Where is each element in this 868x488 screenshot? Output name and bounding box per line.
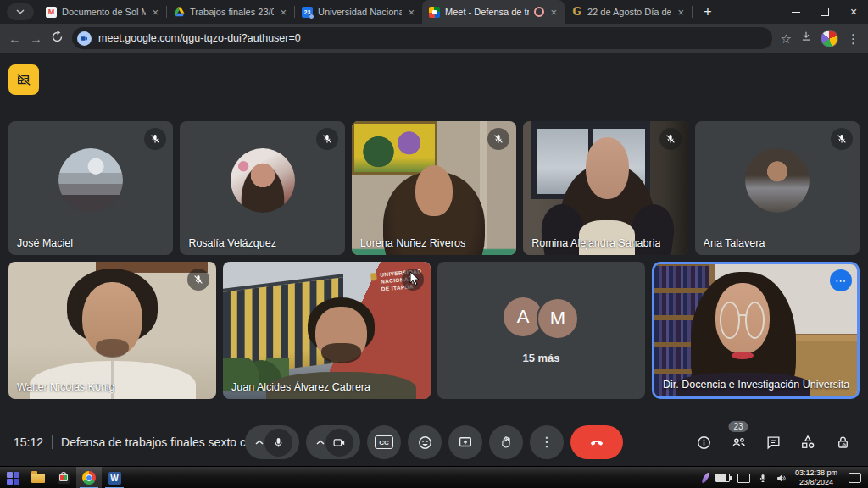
person-beard xyxy=(321,343,361,363)
word-taskbar-button[interactable]: W xyxy=(102,467,127,488)
people-icon xyxy=(730,434,748,452)
pen-tray-icon[interactable] xyxy=(701,472,710,485)
tab-title: Meet - Defensa de traba xyxy=(445,7,529,17)
participant-name: Lorena Nuñez Riveros xyxy=(360,237,465,249)
hand-icon xyxy=(499,435,514,450)
system-tray: 03:12:38 pm 23/8/2024 xyxy=(704,467,868,488)
browser-menu-button[interactable]: ⋮ xyxy=(847,32,860,45)
back-button[interactable]: ← xyxy=(8,32,21,45)
downloads-button[interactable] xyxy=(800,30,812,46)
tab-folklore[interactable]: G 22 de Agosto Día del Foklor × xyxy=(565,0,692,24)
maximize-icon xyxy=(821,8,829,16)
chrome-taskbar-button[interactable] xyxy=(76,467,102,488)
emoji-icon xyxy=(417,435,433,451)
activities-button[interactable] xyxy=(798,432,818,452)
mic-button[interactable] xyxy=(245,425,299,459)
video-feed xyxy=(8,262,216,399)
taskbar-clock[interactable]: 03:12:38 pm 23/8/2024 xyxy=(795,469,837,487)
captions-button[interactable]: CC xyxy=(367,425,401,459)
tab-documento-sol-maria[interactable]: M Documento de Sol María Ma × xyxy=(39,0,166,24)
battery-icon[interactable] xyxy=(715,474,730,482)
participant-tile-active-speaker[interactable]: ⋯ Dir. Docencia e Investigación Universi… xyxy=(652,262,860,399)
mic-off-icon xyxy=(144,128,166,150)
file-explorer-button[interactable] xyxy=(25,467,51,488)
network-display-icon[interactable] xyxy=(737,474,750,483)
avatar xyxy=(745,148,810,213)
participant-name: Ana Talavera xyxy=(704,237,765,249)
reload-button[interactable] xyxy=(51,30,64,47)
volume-icon[interactable] xyxy=(776,473,787,484)
mic-off-icon xyxy=(831,128,853,150)
close-tab-icon[interactable]: × xyxy=(549,7,558,18)
participant-tile-juan[interactable]: UNIVERSIDAD NACIONAL DE ITAPÚA Juan Alci… xyxy=(223,262,431,399)
download-icon xyxy=(800,30,812,42)
captions-icon: CC xyxy=(375,435,393,449)
close-tab-icon[interactable]: × xyxy=(407,7,415,18)
participant-tile-rosalia[interactable]: Rosalía Velázquez xyxy=(180,121,344,255)
participant-tile-lorena[interactable]: Lorena Nuñez Riveros xyxy=(352,121,516,255)
participant-name: Juan Alcides Álvarez Cabrera xyxy=(231,381,370,393)
grid-view-warning-button[interactable] xyxy=(8,64,39,95)
meet-bottom-bar: 15:12 Defensa de trabajos finales sexto … xyxy=(0,419,868,466)
minimize-button[interactable] xyxy=(782,0,810,24)
new-tab-button[interactable]: + xyxy=(698,2,718,22)
glasses-bridge xyxy=(738,314,747,316)
close-tab-icon[interactable]: × xyxy=(279,7,287,18)
participant-name: Walter Nicolás König xyxy=(17,381,115,393)
tray-mic-icon[interactable] xyxy=(758,473,768,484)
side-panel-buttons: 23 xyxy=(693,432,853,452)
reload-icon xyxy=(51,30,64,43)
participant-tile-walter[interactable]: Walter Nicolás König xyxy=(8,262,216,399)
start-button[interactable] xyxy=(0,467,25,488)
video-feed: UNIVERSIDAD NACIONAL DE ITAPÚA xyxy=(223,262,431,399)
close-tab-icon[interactable]: × xyxy=(676,7,685,18)
maximize-button[interactable] xyxy=(810,0,839,24)
present-screen-button[interactable] xyxy=(448,425,482,459)
overflow-tile[interactable]: A M 15 más xyxy=(437,262,645,399)
painting xyxy=(352,121,437,175)
more-options-button[interactable]: ⋮ xyxy=(530,425,564,459)
store-icon xyxy=(58,472,70,484)
host-controls-button[interactable] xyxy=(832,432,853,452)
calendar-icon: 23 xyxy=(302,7,313,18)
close-window-button[interactable]: × xyxy=(839,0,868,24)
store-button[interactable] xyxy=(51,467,76,488)
participant-tile-ana[interactable]: Ana Talavera xyxy=(695,121,860,255)
reactions-button[interactable] xyxy=(408,425,442,459)
chat-button[interactable] xyxy=(763,432,783,452)
participant-name: José Maciel xyxy=(17,237,73,249)
folder-icon xyxy=(31,474,45,483)
action-center-icon[interactable] xyxy=(849,473,861,483)
gmail-icon: M xyxy=(46,7,57,18)
university-shield-icon xyxy=(370,273,377,281)
more-participants-label: 15 más xyxy=(522,352,559,364)
profile-avatar[interactable] xyxy=(821,30,838,47)
address-bar[interactable]: meet.google.com/qgu-tqzo-dui?authuser=0 xyxy=(72,27,772,49)
forward-button[interactable]: → xyxy=(30,32,42,45)
glasses-lens xyxy=(745,302,765,339)
participant-tile-romina[interactable]: Romina Alejandra Sanabria xyxy=(523,121,687,255)
video-feed xyxy=(654,264,857,396)
end-call-button[interactable] xyxy=(570,425,623,459)
participant-tile-jose[interactable]: José Maciel xyxy=(8,121,173,255)
person-face xyxy=(415,165,453,216)
raise-hand-button[interactable] xyxy=(489,425,523,459)
mic-off-icon xyxy=(187,269,209,291)
bookmark-star-icon[interactable]: ☆ xyxy=(781,32,792,45)
tab-trabajos-finales[interactable]: Trabajos finales 23/08/2024. × xyxy=(167,0,294,24)
avatar xyxy=(58,148,123,213)
avatar-initial-m: M xyxy=(537,297,579,340)
tab-universidad[interactable]: 23 Universidad Nacional de Itap × xyxy=(295,0,422,24)
word-icon: W xyxy=(108,472,121,485)
person-shirt xyxy=(30,361,196,399)
participants-button[interactable]: 23 xyxy=(728,432,748,452)
grid-slash-icon xyxy=(16,72,31,87)
tile-options-button[interactable]: ⋯ xyxy=(830,269,852,291)
close-tab-icon[interactable]: × xyxy=(151,7,159,18)
tab-search-button[interactable] xyxy=(7,3,34,20)
meeting-details-button[interactable] xyxy=(693,432,714,452)
camera-button[interactable] xyxy=(306,425,360,459)
tab-meet-active[interactable]: Meet - Defensa de traba × xyxy=(422,0,565,24)
chevron-up-icon xyxy=(255,440,264,445)
tab-title: Documento de Sol María Ma xyxy=(62,7,146,17)
